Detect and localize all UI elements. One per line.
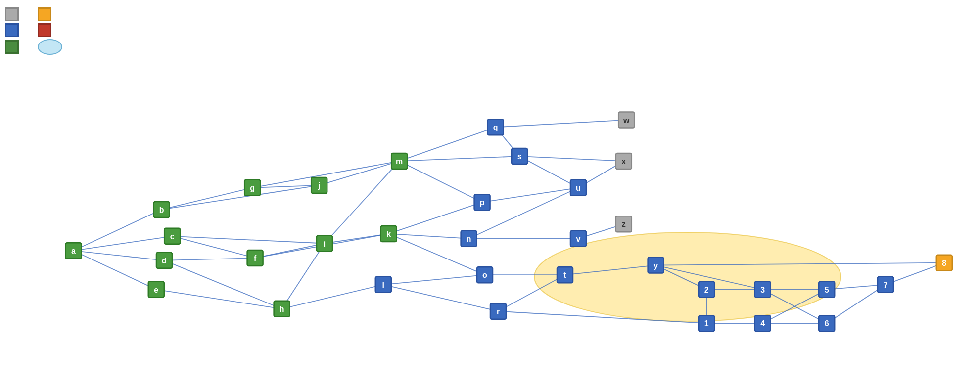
svg-text:d: d — [162, 257, 167, 265]
svg-text:2: 2 — [704, 286, 709, 294]
svg-text:j: j — [318, 181, 320, 190]
svg-text:w: w — [623, 116, 630, 125]
svg-text:n: n — [467, 235, 471, 243]
svg-text:i: i — [324, 240, 326, 248]
svg-line-4 — [73, 251, 164, 260]
svg-text:e: e — [154, 286, 158, 294]
svg-line-33 — [482, 188, 578, 202]
svg-text:m: m — [396, 157, 403, 166]
svg-line-18 — [282, 285, 383, 309]
svg-line-6 — [162, 188, 253, 210]
svg-line-34 — [496, 120, 627, 128]
svg-text:o: o — [482, 271, 487, 279]
svg-text:3: 3 — [760, 286, 765, 294]
svg-text:z: z — [622, 220, 626, 228]
svg-text:h: h — [280, 305, 284, 313]
svg-text:6: 6 — [825, 319, 829, 328]
svg-text:c: c — [170, 232, 175, 241]
svg-text:t: t — [563, 271, 566, 279]
svg-text:7: 7 — [884, 281, 888, 289]
svg-line-10 — [164, 258, 255, 260]
svg-line-19 — [325, 234, 389, 244]
svg-line-53 — [827, 285, 886, 323]
svg-line-7 — [162, 185, 320, 210]
svg-line-17 — [282, 244, 325, 309]
svg-line-24 — [389, 202, 482, 234]
svg-text:a: a — [71, 247, 76, 255]
svg-text:v: v — [576, 235, 581, 243]
svg-text:l: l — [382, 281, 384, 289]
svg-line-28 — [399, 156, 519, 161]
svg-text:4: 4 — [760, 319, 765, 328]
svg-text:b: b — [159, 206, 164, 214]
svg-text:s: s — [517, 152, 522, 161]
svg-text:f: f — [254, 254, 257, 262]
svg-text:q: q — [493, 123, 498, 131]
svg-line-54 — [886, 263, 944, 285]
svg-text:x: x — [621, 157, 626, 166]
svg-line-26 — [383, 285, 498, 311]
svg-text:g: g — [250, 184, 255, 192]
svg-line-22 — [389, 234, 469, 239]
svg-line-39 — [519, 156, 578, 188]
svg-line-5 — [73, 251, 156, 289]
main-canvas: 12345678abcdefghijklmnopqrstuvwxyz — [0, 0, 980, 389]
svg-text:5: 5 — [825, 286, 829, 294]
svg-line-27 — [399, 127, 495, 161]
svg-text:8: 8 — [942, 259, 946, 267]
graph-svg: 12345678abcdefghijklmnopqrstuvwxyz — [0, 0, 980, 389]
svg-line-12 — [156, 290, 282, 309]
svg-text:u: u — [576, 184, 581, 192]
svg-line-38 — [519, 156, 624, 161]
svg-text:p: p — [480, 198, 485, 207]
svg-text:1: 1 — [704, 319, 709, 328]
svg-line-29 — [399, 161, 482, 202]
svg-text:r: r — [497, 307, 500, 316]
svg-text:k: k — [386, 230, 391, 238]
svg-line-11 — [164, 260, 282, 309]
svg-line-25 — [383, 275, 485, 285]
svg-text:y: y — [653, 261, 658, 270]
